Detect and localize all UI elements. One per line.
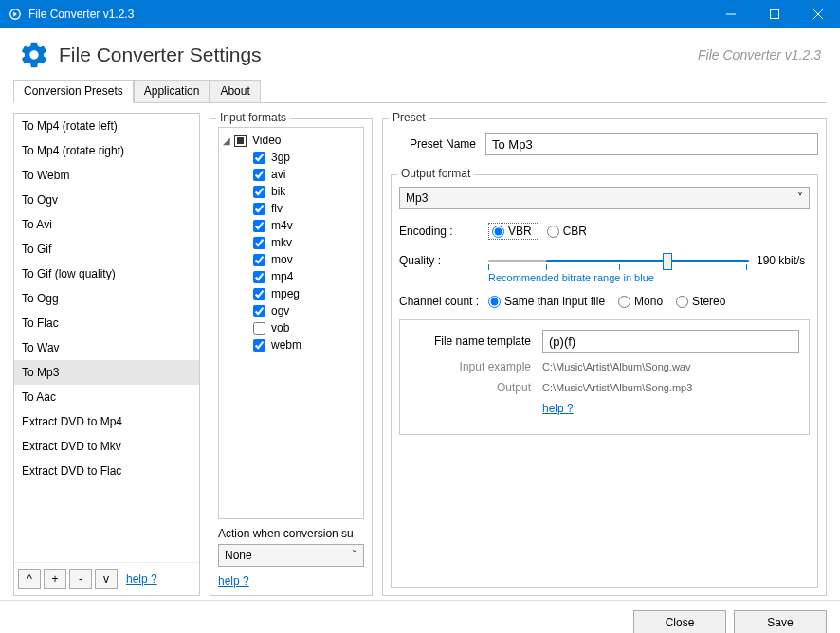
preset-item[interactable]: Extract DVD to Mp4 [14, 409, 199, 434]
format-checkbox[interactable] [253, 339, 265, 352]
preset-item[interactable]: To Ogv [14, 188, 199, 212]
quality-slider[interactable] [488, 251, 749, 270]
output-example-value: C:\Music\Artist\Album\Song.mp3 [542, 382, 692, 393]
svg-rect-2 [771, 10, 779, 19]
collapse-icon[interactable]: ◢ [223, 136, 234, 146]
format-item[interactable]: webm [221, 336, 361, 353]
preset-item[interactable]: To Mp3 [14, 360, 199, 385]
format-checkbox[interactable] [253, 169, 265, 181]
group-checkbox-indeterminate[interactable] [234, 135, 247, 147]
presets-panel: To Mp4 (rotate left)To Mp4 (rotate right… [13, 113, 200, 596]
format-label: avi [271, 168, 285, 181]
tree-group-label: Video [252, 134, 281, 147]
footer: Close Save [0, 600, 840, 633]
move-down-button[interactable]: v [95, 569, 118, 589]
chevron-down-icon: ˅ [797, 191, 803, 205]
format-checkbox[interactable] [253, 152, 265, 164]
format-item[interactable]: flv [221, 200, 361, 217]
version-label: File Converter v1.2.3 [698, 47, 821, 63]
tabs: Conversion Presets Application About [13, 80, 827, 103]
save-button[interactable]: Save [734, 610, 827, 633]
remove-button[interactable]: - [69, 569, 92, 589]
format-item[interactable]: bik [221, 183, 361, 200]
close-button[interactable] [796, 0, 840, 28]
close-button-footer[interactable]: Close [633, 610, 726, 633]
preset-item[interactable]: To Flac [14, 311, 199, 335]
preset-group: Preset Preset Name Output format Mp3 ˅ E… [382, 118, 827, 596]
minimize-button[interactable] [709, 0, 753, 28]
chevron-down-icon: ˅ [352, 549, 357, 562]
quality-label: Quality : [399, 254, 488, 267]
preset-item[interactable]: To Aac [14, 385, 199, 409]
encoding-label: Encoding : [399, 225, 488, 238]
channel-stereo-radio[interactable]: Stereo [676, 295, 725, 308]
header: File Converter Settings File Converter v… [0, 28, 840, 80]
tab-about[interactable]: About [210, 80, 260, 103]
presets-list[interactable]: To Mp4 (rotate left)To Mp4 (rotate right… [14, 114, 199, 562]
format-label: bik [271, 185, 285, 198]
tree-group-video[interactable]: ◢ Video [221, 132, 361, 149]
preset-item[interactable]: To Mp4 (rotate left) [14, 114, 199, 138]
presets-help-link[interactable]: help ? [126, 572, 157, 586]
preset-item[interactable]: To Avi [14, 212, 199, 237]
move-up-button[interactable]: ^ [18, 569, 41, 589]
input-help-link[interactable]: help ? [218, 574, 364, 588]
format-checkbox[interactable] [253, 237, 265, 249]
fn-help-link[interactable]: help ? [542, 402, 574, 415]
preset-item[interactable]: To Mp4 (rotate right) [14, 138, 199, 163]
format-checkbox[interactable] [253, 254, 265, 266]
format-item[interactable]: mkv [221, 234, 361, 251]
preset-item[interactable]: To Wav [14, 335, 199, 360]
format-item[interactable]: mpeg [221, 285, 361, 302]
page-title: File Converter Settings [59, 44, 698, 66]
preset-item[interactable]: To Ogg [14, 286, 199, 311]
add-button[interactable]: + [44, 569, 66, 589]
format-item[interactable]: 3gp [221, 149, 361, 166]
titlebar: File Converter v1.2.3 [0, 0, 840, 28]
maximize-button[interactable] [753, 0, 796, 28]
channel-label: Channel count : [399, 295, 488, 308]
format-item[interactable]: avi [221, 166, 361, 183]
format-item[interactable]: ogv [221, 302, 361, 319]
format-label: m4v [271, 219, 293, 232]
format-label: mpeg [271, 287, 300, 300]
fn-template-input[interactable] [542, 330, 799, 353]
encoding-cbr-radio[interactable]: CBR [547, 225, 587, 238]
preset-item[interactable]: Extract DVD to Mkv [14, 434, 199, 459]
format-checkbox[interactable] [253, 220, 265, 232]
format-item[interactable]: mp4 [221, 268, 361, 285]
format-label: ogv [271, 304, 289, 317]
format-checkbox[interactable] [253, 203, 265, 215]
preset-name-input[interactable] [485, 133, 818, 155]
action-label: Action when conversion su [218, 527, 364, 540]
window-title: File Converter v1.2.3 [28, 8, 709, 21]
format-item[interactable]: m4v [221, 217, 361, 234]
format-checkbox[interactable] [253, 288, 265, 300]
tab-application[interactable]: Application [134, 80, 210, 103]
format-item[interactable]: mov [221, 251, 361, 268]
preset-item[interactable]: Extract DVD to Flac [14, 459, 199, 483]
filename-template-group: File name template Input example C:\Musi… [399, 319, 810, 435]
format-label: mov [271, 253, 293, 266]
format-checkbox[interactable] [253, 186, 265, 198]
action-dropdown[interactable]: None ˅ [218, 544, 364, 567]
format-label: mkv [271, 236, 292, 249]
preset-item[interactable]: To Gif (low quality) [14, 262, 199, 286]
channel-same-radio[interactable]: Same than input file [488, 295, 605, 308]
slider-thumb[interactable] [663, 253, 672, 270]
app-icon [8, 7, 23, 22]
format-item[interactable]: vob [221, 319, 361, 336]
channel-mono-radio[interactable]: Mono [618, 295, 663, 308]
formats-tree[interactable]: ◢ Video 3gpavibikflvm4vmkvmovmp4mpegogvv… [218, 127, 364, 519]
output-format-legend: Output format [397, 167, 474, 180]
encoding-vbr-radio[interactable]: VBR [492, 225, 532, 238]
format-checkbox[interactable] [253, 305, 265, 317]
output-format-dropdown[interactable]: Mp3 ˅ [399, 187, 810, 209]
format-checkbox[interactable] [253, 271, 265, 283]
quality-value: 190 kbit/s [757, 254, 810, 267]
preset-item[interactable]: To Gif [14, 237, 199, 262]
tab-presets[interactable]: Conversion Presets [13, 80, 134, 103]
format-checkbox[interactable] [253, 322, 265, 335]
input-formats-group: Input formats ◢ Video 3gpavibikflvm4vmkv… [210, 118, 373, 596]
preset-item[interactable]: To Webm [14, 163, 199, 188]
